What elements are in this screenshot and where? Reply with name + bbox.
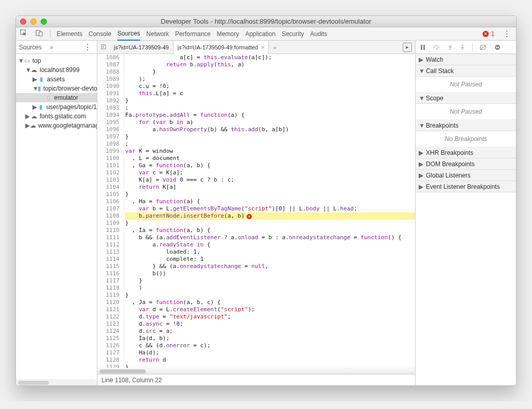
svg-point-8	[462, 44, 464, 46]
inspect-icon[interactable]	[19, 29, 28, 38]
step-out-icon[interactable]	[460, 44, 465, 50]
run-snippet-icon[interactable]: ▸	[403, 43, 412, 52]
svg-rect-2	[39, 32, 42, 36]
separator	[50, 30, 50, 38]
navigator-sidebar: Sources » ⋮ ▼▭top ▼☁localhost:8999 ▶▮ass…	[16, 41, 97, 385]
tab-security[interactable]: Security	[282, 30, 304, 38]
titlebar: Developer Tools - http://localhost:8999/…	[16, 16, 516, 27]
nav-back-icon[interactable]	[97, 44, 110, 51]
device-icon[interactable]	[35, 29, 44, 38]
svg-point-10	[495, 45, 500, 50]
tree-fonts[interactable]: ▶☁fonts.gstatic.com	[16, 112, 97, 121]
close-tab-icon[interactable]: ×	[261, 44, 264, 50]
editor-scrollbar[interactable]	[97, 368, 415, 374]
tab-application[interactable]: Application	[245, 30, 276, 38]
error-badge[interactable]: ✕ 1	[483, 30, 494, 38]
code-editor[interactable]: 1086108710881089109010911092109310941095…	[97, 54, 415, 368]
breakpoints-body: No Breakpoints	[416, 131, 516, 147]
folder-icon: ▮	[38, 85, 41, 92]
tab-memory[interactable]: Memory	[217, 30, 239, 38]
tree-top[interactable]: ▼▭top	[16, 56, 97, 65]
pane-event-listeners[interactable]: ▶Event Listener Breakpoints	[416, 181, 516, 192]
top-tab-bar: Elements Console Sources Network Perform…	[16, 27, 516, 41]
callstack-body: Not Paused	[416, 77, 516, 93]
navigator-menu-icon[interactable]: ⋮	[81, 42, 94, 52]
tree-localhost[interactable]: ▼☁localhost:8999	[16, 65, 97, 75]
folder-icon: ▮	[38, 103, 44, 111]
svg-rect-5	[423, 45, 425, 50]
pane-dom[interactable]: ▶DOM Breakpoints	[416, 158, 516, 170]
tree-gtm[interactable]: ▶☁www.googletagmanager.com	[16, 121, 97, 130]
svg-rect-11	[496, 47, 497, 48]
file-tab-1-label: js?id=UA-1739509-49	[114, 44, 169, 50]
pane-xhr[interactable]: ▶XHR Breakpoints	[416, 147, 516, 158]
deactivate-breakpoints-icon[interactable]	[480, 44, 487, 50]
window-icon: ▭	[23, 57, 30, 64]
debugger-pane: ▶Watch ▼Call Stack Not Paused ▼Scope Not…	[416, 41, 516, 385]
tree-topic[interactable]: ▼▮topic/browser-devtools	[16, 84, 97, 93]
svg-point-7	[450, 48, 451, 50]
tab-elements[interactable]: Elements	[57, 30, 82, 38]
pause-icon[interactable]	[420, 44, 426, 50]
tab-audits[interactable]: Audits	[310, 30, 327, 38]
error-count: 1	[491, 30, 494, 38]
pane-scope[interactable]: ▼Scope	[416, 93, 516, 104]
error-marker-icon[interactable]: ✕	[247, 214, 252, 219]
pane-callstack[interactable]: ▼Call Stack	[416, 65, 516, 77]
tab-sources[interactable]: Sources	[117, 30, 140, 38]
cloud-icon: ☁	[30, 122, 36, 129]
line-gutter: 1086108710881089109010911092109310941095…	[97, 54, 124, 368]
file-tab-bar: js?id=UA-1739509-49 js?id=UA-1739509-49:…	[97, 41, 415, 54]
svg-rect-4	[421, 45, 422, 50]
tree-emulator[interactable]: ▯emulator	[16, 93, 97, 102]
svg-rect-12	[498, 47, 500, 48]
navigator-more-icon[interactable]: »	[46, 44, 58, 51]
status-bar: Line 1108, Column 22	[97, 374, 415, 385]
file-icon: ▯	[45, 94, 52, 101]
sources-panel: Sources » ⋮ ▼▭top ▼☁localhost:8999 ▶▮ass…	[16, 41, 516, 385]
tabs-overflow-icon[interactable]: »	[269, 44, 280, 50]
file-tree: ▼▭top ▼☁localhost:8999 ▶▮assets ▼▮topic/…	[16, 54, 97, 132]
navigator-tab-sources[interactable]: Sources	[19, 44, 42, 51]
debugger-toolbar	[416, 41, 516, 54]
window-title: Developer Tools - http://localhost:8999/…	[16, 17, 516, 25]
tree-user-pages[interactable]: ▶▮user/pages/topic/1	[16, 102, 97, 112]
file-tab-2-label: js?id=UA-1739509-49:formatted	[178, 44, 258, 50]
step-over-icon[interactable]	[433, 44, 440, 50]
pane-watch[interactable]: ▶Watch	[416, 54, 516, 65]
file-tab-1[interactable]: js?id=UA-1739509-49	[110, 41, 174, 54]
tab-performance[interactable]: Performance	[175, 30, 211, 38]
separator	[472, 43, 473, 51]
navigator-header: Sources » ⋮	[16, 41, 97, 54]
cloud-icon: ☁	[30, 66, 38, 74]
pane-global[interactable]: ▶Global Listeners	[416, 170, 516, 181]
folder-icon: ▮	[38, 76, 45, 83]
tab-console[interactable]: Console	[89, 30, 111, 38]
more-menu-icon[interactable]: ⋮	[501, 29, 513, 39]
file-tab-2[interactable]: js?id=UA-1739509-49:formatted ×	[174, 41, 269, 54]
svg-point-6	[436, 48, 438, 49]
cloud-icon: ☁	[30, 113, 38, 120]
pane-breakpoints[interactable]: ▼Breakpoints	[416, 120, 516, 131]
pause-on-exceptions-icon[interactable]	[494, 44, 501, 50]
tree-assets[interactable]: ▶▮assets	[16, 75, 97, 84]
sidebar-scrollbar[interactable]	[16, 379, 97, 385]
scope-body: Not Paused	[416, 104, 516, 120]
devtools-window: Developer Tools - http://localhost:8999/…	[15, 15, 517, 386]
code-area[interactable]: a[c] = this.evaluate(a[c]); return b.app…	[124, 54, 415, 368]
error-icon: ✕	[483, 31, 489, 37]
step-into-icon[interactable]	[448, 44, 453, 50]
editor-pane: js?id=UA-1739509-49 js?id=UA-1739509-49:…	[97, 41, 416, 385]
tab-network[interactable]: Network	[146, 30, 169, 38]
